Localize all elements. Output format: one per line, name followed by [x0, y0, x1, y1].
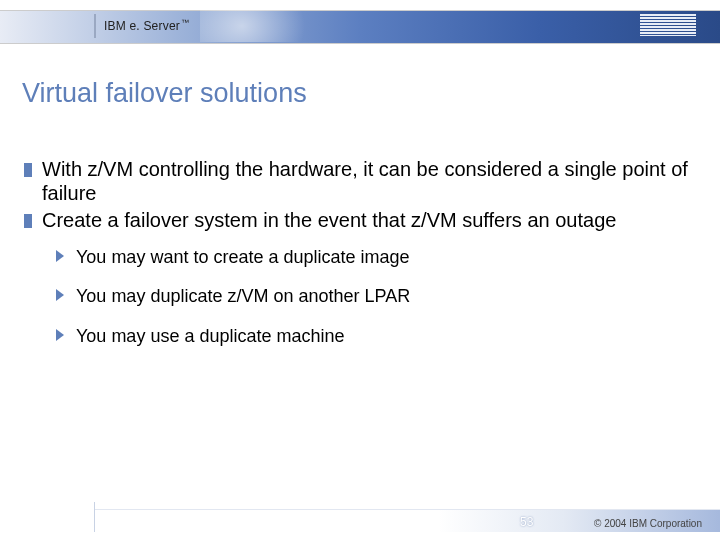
bullet-text: Create a failover system in the event th…: [42, 209, 616, 231]
triangle-bullet-icon: [56, 250, 64, 262]
bullet-level1: Create a failover system in the event th…: [22, 209, 692, 233]
triangle-bullet-icon: [56, 329, 64, 341]
svg-rect-6: [640, 32, 696, 34]
bullet-text: You may duplicate z/VM on another LPAR: [76, 286, 410, 306]
bullet-text: With z/VM controlling the hardware, it c…: [42, 158, 688, 204]
bullet-text: You may use a duplicate machine: [76, 326, 345, 346]
square-bullet-icon: [24, 214, 32, 228]
footer-divider: [94, 502, 95, 532]
slide: IBM e. Server™ Virtual failover solution…: [0, 0, 720, 540]
brand-name: IBM e. Server: [104, 19, 180, 33]
square-bullet-icon: [24, 163, 32, 177]
svg-rect-4: [640, 26, 696, 28]
copyright-text: © 2004 IBM Corporation: [594, 518, 702, 529]
svg-rect-3: [640, 23, 696, 25]
ibm-logo: [640, 14, 696, 36]
svg-rect-2: [640, 20, 696, 22]
bullet-level2: You may duplicate z/VM on another LPAR: [54, 286, 692, 308]
bullet-level2: You may want to create a duplicate image: [54, 247, 692, 269]
brand-text: IBM e. Server™: [104, 18, 189, 33]
triangle-bullet-icon: [56, 289, 64, 301]
svg-rect-0: [640, 14, 696, 16]
slide-title: Virtual failover solutions: [22, 78, 307, 109]
svg-rect-7: [640, 35, 696, 36]
slide-body: With z/VM controlling the hardware, it c…: [22, 158, 692, 366]
trademark-symbol: ™: [181, 18, 189, 27]
svg-rect-5: [640, 29, 696, 31]
svg-rect-1: [640, 17, 696, 19]
sub-bullet-list: You may want to create a duplicate image…: [22, 247, 692, 348]
bullet-level2: You may use a duplicate machine: [54, 326, 692, 348]
header-divider: [94, 14, 96, 38]
page-number: 53: [520, 515, 533, 529]
bullet-level1: With z/VM controlling the hardware, it c…: [22, 158, 692, 205]
bullet-text: You may want to create a duplicate image: [76, 247, 410, 267]
